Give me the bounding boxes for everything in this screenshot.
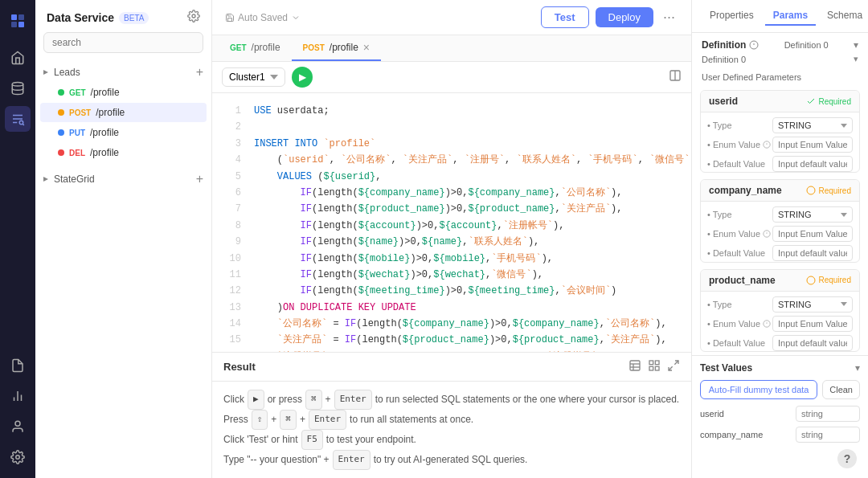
param-name-userid: userid [709, 96, 738, 107]
test-field-input-company[interactable] [796, 427, 860, 443]
split-view-icon[interactable] [669, 69, 682, 85]
test-values-chevron[interactable]: ▾ [855, 362, 860, 374]
code-line: 14 `公司名称` = IF(length(${company_name})>0… [225, 316, 678, 332]
sidebar-icon-api[interactable] [5, 106, 31, 132]
tab-close-icon[interactable]: × [363, 42, 370, 53]
tab-get-profile[interactable]: GET /profile [219, 35, 292, 61]
param-name-company-name: company_name [709, 185, 782, 196]
nav-settings-icon[interactable] [187, 10, 200, 26]
more-button[interactable]: ··· [660, 9, 678, 26]
clean-button[interactable]: Clean [822, 380, 860, 399]
param-enum-input-product[interactable] [772, 316, 853, 332]
tab-properties[interactable]: Properties [702, 6, 762, 26]
nav-item-path: /profile [91, 87, 120, 98]
definition-chevron[interactable]: ▾ [854, 39, 858, 51]
svg-rect-20 [649, 361, 653, 365]
svg-rect-23 [655, 367, 659, 371]
svg-rect-0 [11, 14, 17, 20]
definition-value: Definition 0 [784, 40, 829, 50]
nav-item-get-profile[interactable]: GET /profile [40, 83, 207, 102]
test-field-input-userid[interactable] [796, 406, 860, 422]
test-button[interactable]: Test [541, 6, 589, 28]
result-icon-table[interactable] [628, 359, 641, 374]
result-hint-2: Press ⇧ + ⌘ + Enter to run all statement… [223, 410, 680, 430]
method-dot-del [58, 149, 64, 156]
autofill-button[interactable]: Auto-Fill dummy test data [700, 380, 817, 399]
editor-toolbar: Cluster1 ▶ [212, 62, 691, 93]
svg-point-35 [807, 186, 815, 194]
param-card-product-name: product_name Required • Type STRING • En… [700, 269, 860, 352]
param-default-input-userid[interactable] [772, 156, 853, 172]
nav-item-put-profile[interactable]: PUT /profile [40, 123, 207, 142]
deploy-button[interactable]: Deploy [596, 7, 653, 27]
nav-group-leads-add[interactable]: + [196, 66, 203, 79]
nav-item-path: /profile [96, 107, 125, 118]
search-input[interactable] [43, 32, 203, 53]
right-panel: Properties Params Schema ▾ Definition De… [691, 0, 868, 478]
nav-group-leads-header[interactable]: Leads + [35, 63, 211, 82]
sidebar-icon-home[interactable] [5, 45, 31, 71]
method-label-get: GET [69, 88, 86, 97]
code-line: 12 IF(length(${meeting_time})>0,${meetin… [225, 283, 678, 299]
sidebar-icon-user[interactable] [5, 414, 31, 439]
sidebar-icon-database[interactable] [5, 76, 31, 101]
tab-schema[interactable]: Schema [819, 6, 868, 26]
help-button[interactable]: ? [837, 449, 857, 468]
svg-point-11 [192, 14, 195, 18]
test-values-title: Test Values [700, 362, 752, 374]
cmd-key2: ⌘ [280, 410, 297, 430]
code-line: 5 VALUES (${userid}, [225, 169, 678, 185]
param-type-select-company[interactable]: STRING [772, 206, 853, 223]
cluster-select[interactable]: Cluster1 [222, 67, 285, 87]
nav-group-leads-title: Leads [42, 67, 80, 78]
result-icons [628, 359, 680, 374]
code-line: 1 USE userdata; [225, 103, 678, 119]
param-default-row: • Default Value [707, 245, 853, 261]
nav-group-stategrid-add[interactable]: + [196, 173, 203, 186]
nav-title: Data Service [47, 11, 114, 24]
test-field-label-company: company_name [700, 430, 763, 439]
run-button[interactable]: ▶ [292, 67, 313, 88]
result-icon-expand[interactable] [667, 359, 680, 374]
enter-key: Enter [334, 390, 372, 410]
svg-line-24 [674, 361, 678, 365]
result-hint-1: Click ▶ or press ⌘ + Enter to run select… [223, 390, 680, 410]
beta-badge: BETA [119, 12, 149, 24]
tab-post-profile[interactable]: POST /profile × [292, 35, 381, 61]
svg-line-25 [669, 367, 673, 371]
test-values-header: Test Values ▾ [700, 362, 860, 374]
param-default-input-company[interactable] [772, 245, 853, 261]
sidebar-icon-settings[interactable] [5, 444, 31, 470]
sidebar-icon-files[interactable] [5, 353, 31, 378]
test-field-company-name: company_name [700, 427, 860, 443]
code-editor[interactable]: 1 USE userdata; 2 3 INSERT INTO `profile… [212, 93, 691, 352]
param-type-select-product[interactable]: STRING [772, 296, 853, 313]
definition-expand[interactable]: ▾ [854, 54, 858, 64]
nav-item-post-profile[interactable]: POST /profile [40, 103, 207, 122]
param-type-select-userid[interactable]: STRING [772, 117, 853, 133]
nav-item-del-profile[interactable]: DEL /profile [40, 143, 207, 162]
svg-point-9 [15, 421, 20, 426]
code-line: 10 IF(length(${mobile})>0,${mobile},`手机号… [225, 251, 678, 267]
param-enum-input-company[interactable] [772, 226, 853, 242]
test-values-section: Test Values ▾ Auto-Fill dummy test data … [692, 355, 868, 454]
tab-params[interactable]: Params [765, 6, 816, 26]
param-name-product-name: product_name [709, 275, 776, 286]
run-icon[interactable]: ▶ [248, 390, 264, 410]
svg-rect-22 [649, 367, 653, 371]
method-dot-post [58, 109, 64, 116]
param-default-input-product[interactable] [772, 335, 853, 351]
code-line: 4 (`userid`, `公司名称`, `关注产品`, `注册号`, `联系人… [225, 152, 678, 168]
param-type-row: • Type STRING [707, 117, 853, 133]
cmd-key: ⌘ [305, 390, 322, 410]
sidebar-icon-chart[interactable] [5, 383, 31, 409]
tab-path-post: /profile [330, 42, 358, 53]
test-field-userid: userid [700, 406, 860, 422]
param-optional-product-name: Required [806, 276, 851, 285]
param-enum-input-userid[interactable] [772, 137, 853, 153]
top-bar: Auto Saved Test Deploy ··· [212, 0, 691, 35]
nav-group-stategrid-header[interactable]: StateGrid + [35, 170, 211, 189]
auto-saved-status: Auto Saved [225, 12, 301, 23]
result-icon-grid[interactable] [648, 359, 661, 374]
code-line: 3 INSERT INTO `profile` [225, 136, 678, 152]
